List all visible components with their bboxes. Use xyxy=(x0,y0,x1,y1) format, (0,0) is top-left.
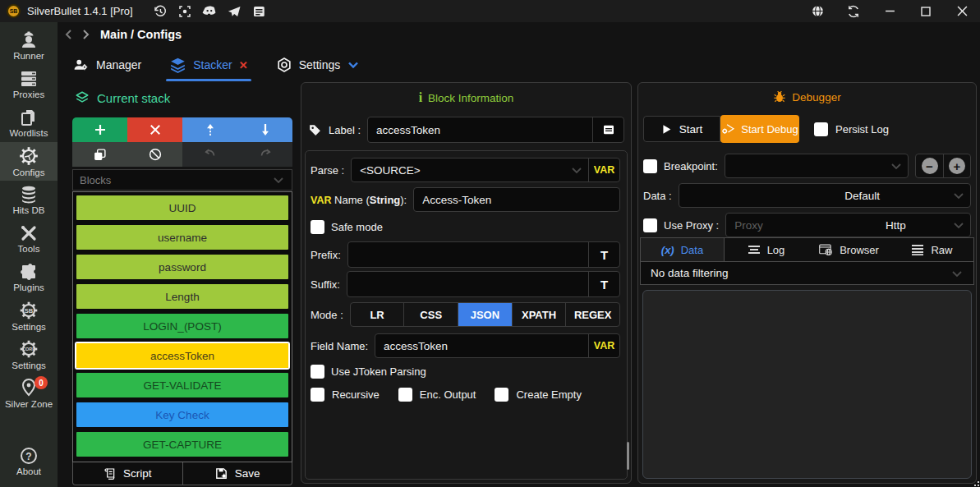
nav-back-icon[interactable] xyxy=(62,28,76,41)
nav-forward-icon[interactable] xyxy=(79,28,92,41)
debugger-tab-label: Raw xyxy=(931,244,952,256)
label-input[interactable] xyxy=(368,117,592,142)
debugger-tab-browser[interactable]: Browser xyxy=(807,238,890,261)
sidebar-item-tools[interactable]: Tools xyxy=(0,219,58,258)
sidebar-item-label: Plugins xyxy=(13,283,44,293)
suffix-text-button[interactable]: T xyxy=(588,272,619,296)
prefix-input[interactable] xyxy=(348,242,588,267)
duplicate-block-button[interactable] xyxy=(72,142,127,167)
discord-icon[interactable] xyxy=(197,0,222,22)
sync-icon[interactable] xyxy=(835,0,872,22)
stack-block[interactable]: GET-CAPTURE xyxy=(76,432,288,457)
sidebar-item-silver-zone[interactable]: 0 Silver Zone xyxy=(0,374,58,412)
breakpoint-checkbox[interactable] xyxy=(643,159,657,173)
sidebar-item-proxies[interactable]: Proxies xyxy=(0,65,58,103)
save-button[interactable]: Save xyxy=(182,462,292,485)
var-name-label: VAR Name (String): xyxy=(311,194,407,206)
stack-toolbar-secondary xyxy=(72,142,292,167)
stack-block[interactable]: GET-VALIDATE xyxy=(76,373,288,397)
start-button[interactable]: Start xyxy=(643,116,720,142)
capture-icon[interactable] xyxy=(173,0,197,22)
stack-block[interactable]: LOGIN_(POST) xyxy=(76,314,288,338)
tab-settings[interactable]: Settings xyxy=(276,57,361,78)
data-dropdown[interactable]: Default xyxy=(679,183,971,208)
enc-output-checkbox[interactable] xyxy=(398,388,412,402)
mode-lr[interactable]: LR xyxy=(351,303,404,326)
disable-block-button[interactable] xyxy=(127,142,182,167)
sidebar-item-about[interactable]: ? About xyxy=(0,442,58,480)
stack-block[interactable]: password xyxy=(76,255,288,279)
jtoken-checkbox[interactable] xyxy=(311,365,324,379)
parse-var-button[interactable]: VAR xyxy=(588,159,619,181)
maximize-button[interactable] xyxy=(908,0,944,22)
use-proxy-checkbox[interactable] xyxy=(643,218,657,232)
blocks-dropdown[interactable]: Blocks xyxy=(72,169,292,191)
parse-dropdown[interactable]: <SOURCE> xyxy=(352,159,570,181)
mode-xpath[interactable]: XPATH xyxy=(512,303,566,326)
minimize-button[interactable] xyxy=(872,0,908,22)
safe-mode-checkbox[interactable] xyxy=(311,220,324,234)
debugger-tab-data[interactable]: (x) Data xyxy=(641,238,725,261)
mode-regex[interactable]: REGEX xyxy=(565,303,619,326)
notes-button[interactable] xyxy=(592,117,623,142)
persist-log-checkbox[interactable] xyxy=(814,122,828,136)
sidebar-item-hits-db[interactable]: Hits DB xyxy=(0,181,58,219)
tab-manager[interactable]: Manager xyxy=(72,57,141,77)
redo-button[interactable] xyxy=(237,142,292,167)
sidebar-item-runner[interactable]: Runner xyxy=(0,26,58,65)
breakpoint-minus-button[interactable]: − xyxy=(916,154,943,177)
debugger-tab-log[interactable]: Log xyxy=(725,238,807,261)
move-down-button[interactable] xyxy=(237,117,292,142)
proxy-type-dropdown[interactable]: Http xyxy=(840,214,952,237)
breakpoint-dropdown[interactable] xyxy=(725,154,890,177)
tab-close-icon[interactable]: ✕ xyxy=(239,59,248,71)
sidebar-item-configs[interactable]: Configs xyxy=(0,142,58,181)
field-name-input[interactable] xyxy=(375,334,588,357)
sidebar-item-settings-core[interactable]: CORE Settings xyxy=(0,335,58,374)
prefix-text-button[interactable]: T xyxy=(588,242,619,267)
start-debug-button[interactable]: Start Debug xyxy=(720,115,799,143)
stack-block[interactable]: Key Check xyxy=(76,402,288,427)
var-name-input[interactable] xyxy=(414,188,619,211)
mode-css[interactable]: CSS xyxy=(403,303,458,326)
breakpoint-plus-button[interactable]: + xyxy=(943,154,970,177)
sidebar-item-plugins[interactable]: Plugins xyxy=(0,258,58,296)
mode-json[interactable]: JSON xyxy=(458,303,512,326)
tab-stacker[interactable]: Stacker ✕ xyxy=(169,57,247,78)
field-var-button[interactable]: VAR xyxy=(588,334,619,357)
language-globe-icon[interactable] xyxy=(799,0,835,22)
close-button[interactable] xyxy=(944,0,980,22)
script-button[interactable]: Script xyxy=(73,462,182,485)
undo-button[interactable] xyxy=(182,142,237,167)
sidebar-item-settings-sb[interactable]: SB Settings xyxy=(0,296,58,335)
start-label: Start xyxy=(679,123,703,136)
create-empty-checkbox[interactable] xyxy=(495,388,508,402)
sidebar-item-wordlists[interactable]: Wordlists xyxy=(0,103,58,142)
panel-scrollbar[interactable] xyxy=(627,442,629,470)
data-filter-dropdown[interactable]: No data filtering xyxy=(640,262,974,285)
stack-block[interactable]: username xyxy=(76,225,288,250)
chevron-down-icon xyxy=(347,58,360,71)
stack-block[interactable]: UUID xyxy=(76,195,288,220)
move-up-button[interactable] xyxy=(182,117,237,142)
telegram-icon[interactable] xyxy=(222,0,246,22)
news-icon[interactable] xyxy=(246,0,271,22)
script-label: Script xyxy=(123,467,152,480)
window-resize-grip[interactable] xyxy=(973,480,979,486)
history-icon[interactable] xyxy=(148,0,173,22)
recursive-checkbox[interactable] xyxy=(311,388,324,402)
stack-block-selected[interactable]: accessToken xyxy=(76,343,288,368)
proxy-input[interactable] xyxy=(726,214,839,237)
chevron-down-icon xyxy=(272,173,285,186)
debugger-tab-raw[interactable]: Raw xyxy=(890,238,973,261)
stack-block[interactable]: Length xyxy=(76,284,288,309)
chevron-down-icon xyxy=(952,189,965,202)
info-icon: i xyxy=(419,90,422,105)
remove-block-button[interactable] xyxy=(127,117,182,142)
suffix-input[interactable] xyxy=(347,272,588,296)
chevron-down-icon xyxy=(950,267,964,280)
app-title: SilverBullet 1.4.1 [Pro] xyxy=(27,5,133,17)
mode-selector: LR CSS JSON XPATH REGEX xyxy=(350,302,620,327)
add-block-button[interactable] xyxy=(72,117,127,142)
browser-icon xyxy=(819,244,833,256)
